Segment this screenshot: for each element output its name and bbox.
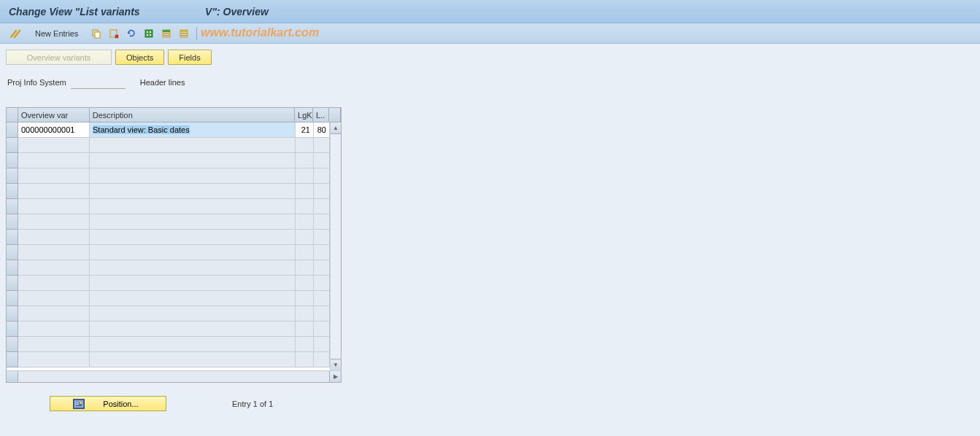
cell-lgk: [296, 322, 314, 337]
select-block-icon[interactable]: [159, 26, 174, 41]
cell-l: [314, 199, 330, 214]
row-selector[interactable]: [7, 184, 18, 199]
overview-variants-button: Overview variants: [6, 50, 112, 65]
cell-overview-var: [18, 168, 90, 184]
cell-description: [90, 322, 296, 337]
cell-overview-var: [18, 291, 90, 306]
cell-l: [314, 138, 330, 153]
deselect-icon[interactable]: [177, 26, 191, 41]
svg-rect-20: [76, 404, 79, 405]
table-row: [7, 214, 330, 230]
cell-description[interactable]: Standard view: Basic dates: [90, 122, 296, 138]
row-selector[interactable]: [7, 245, 18, 260]
cell-description: [90, 276, 296, 291]
overview-grid: Overview var Description LgK L.. 0000000…: [6, 107, 342, 383]
cell-description: [90, 245, 296, 260]
cell-overview-var: [18, 337, 90, 352]
cell-description: [90, 184, 296, 199]
objects-button[interactable]: Objects: [115, 50, 164, 65]
cell-lgk: [296, 291, 314, 306]
cell-l: [314, 352, 330, 367]
row-selector[interactable]: [7, 352, 18, 367]
cell-description: [90, 138, 296, 153]
svg-rect-8: [147, 34, 148, 36]
svg-rect-13: [163, 35, 170, 36]
table-row: [7, 260, 330, 276]
row-selector[interactable]: [7, 260, 18, 276]
fields-button[interactable]: Fields: [168, 50, 211, 65]
cell-overview-var: [18, 306, 90, 322]
undo-icon[interactable]: [124, 26, 139, 41]
grid-header-lgk[interactable]: LgK: [295, 108, 313, 122]
cell-description: [90, 352, 296, 367]
cell-lgk: [296, 352, 314, 367]
cell-description: [90, 168, 296, 184]
row-selector[interactable]: [7, 306, 18, 322]
select-all-icon[interactable]: [142, 26, 156, 41]
position-button[interactable]: Position...: [50, 396, 166, 411]
cell-overview-var: [18, 322, 90, 337]
cell-l: [314, 184, 330, 199]
cell-lgk: [296, 306, 314, 322]
row-selector[interactable]: [7, 337, 18, 352]
cell-overview-var: [18, 214, 90, 230]
watermark-text: www.tutorialkart.com: [201, 26, 319, 39]
svg-rect-12: [163, 33, 170, 34]
row-selector[interactable]: [7, 153, 18, 168]
cell-lgk: [296, 245, 314, 260]
content-area: Overview variants Objects Fields Proj In…: [0, 44, 980, 436]
proj-info-system-label: Proj Info System: [7, 78, 66, 89]
cell-overview-var: [18, 245, 90, 260]
cell-l: [314, 306, 330, 322]
grid-header-overview-var[interactable]: Overview var: [18, 108, 90, 122]
row-selector[interactable]: [7, 230, 18, 245]
table-row: [7, 168, 330, 184]
copy-icon[interactable]: [89, 26, 104, 41]
scroll-down-icon[interactable]: ▼: [331, 359, 341, 370]
row-selector[interactable]: [7, 168, 18, 184]
grid-header-selector[interactable]: [7, 108, 18, 122]
cell-description: [90, 260, 296, 276]
cell-l: [314, 276, 330, 291]
table-row: [7, 322, 330, 337]
table-row: [7, 199, 330, 214]
grid-horizontal-scrollbar[interactable]: ▶: [7, 370, 341, 382]
entry-status-text: Entry 1 of 1: [232, 400, 273, 408]
new-entries-button[interactable]: New Entries: [31, 28, 82, 39]
table-row: [7, 230, 330, 245]
grid-header-l[interactable]: L..: [313, 108, 329, 122]
svg-rect-21: [80, 402, 82, 404]
row-selector[interactable]: [7, 276, 18, 291]
cell-l: [314, 322, 330, 337]
cell-l: [314, 260, 330, 276]
table-row: [7, 153, 330, 168]
cell-overview-var: [18, 230, 90, 245]
grid-header-scroll: [329, 108, 341, 122]
cell-l: [314, 291, 330, 306]
scroll-up-icon[interactable]: ▲: [331, 122, 341, 134]
cell-description: [90, 199, 296, 214]
grid-vertical-scrollbar[interactable]: ▲ ▼: [330, 122, 341, 370]
cell-lgk[interactable]: 21: [296, 122, 314, 138]
row-selector[interactable]: [7, 214, 18, 230]
cell-lgk: [296, 184, 314, 199]
scroll-right-icon[interactable]: ▶: [329, 371, 341, 383]
row-selector[interactable]: [7, 199, 18, 214]
grid-header-description[interactable]: Description: [90, 108, 295, 122]
svg-rect-3: [95, 32, 100, 38]
delete-icon[interactable]: [107, 26, 121, 41]
row-selector[interactable]: [7, 138, 18, 153]
row-selector[interactable]: [7, 322, 18, 337]
row-selector[interactable]: [7, 291, 18, 306]
svg-rect-19: [76, 402, 79, 403]
row-selector[interactable]: [7, 122, 18, 138]
svg-rect-16: [180, 33, 188, 34]
svg-rect-15: [180, 31, 188, 32]
svg-rect-7: [150, 31, 151, 33]
cell-description: [90, 306, 296, 322]
cell-lgk: [296, 260, 314, 276]
table-row[interactable]: 000000000001Standard view: Basic dates21…: [7, 122, 330, 138]
pencils-icon[interactable]: [9, 28, 23, 39]
cell-overview-var[interactable]: 000000000001: [18, 122, 90, 138]
cell-l[interactable]: 80: [314, 122, 330, 138]
